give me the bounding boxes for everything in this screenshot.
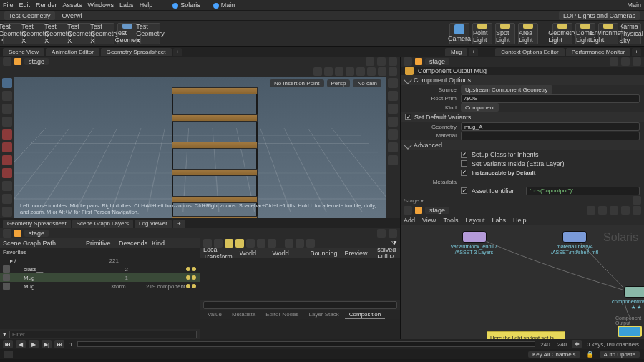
- ltool-select[interactable]: [2, 78, 12, 88]
- lhb-3[interactable]: [235, 239, 244, 248]
- chk-variants-inside[interactable]: [461, 160, 467, 167]
- keyall-menu[interactable]: Key All Channels: [528, 351, 580, 358]
- chk-inherits[interactable]: [461, 152, 467, 158]
- mat-input[interactable]: [461, 132, 640, 140]
- net-pin-icon[interactable]: [404, 206, 412, 215]
- netm-add[interactable]: Add: [404, 217, 415, 224]
- tree-row-mug[interactable]: Mug1: [0, 273, 200, 282]
- shelf-tab-lights[interactable]: LOP Lights and Cameras: [559, 11, 640, 20]
- tl-start[interactable]: 1: [67, 341, 74, 348]
- netm-layout[interactable]: Layout: [465, 217, 484, 224]
- tl-next[interactable]: ▶|: [42, 340, 52, 348]
- assetid-input[interactable]: `chs("lopoutput")`: [526, 187, 640, 195]
- tab-plus-r[interactable]: +: [632, 48, 641, 56]
- sgt-h1[interactable]: [377, 229, 386, 238]
- lht-comp[interactable]: Composition: [345, 310, 385, 319]
- sgt-tab-log[interactable]: Log Viewer: [135, 220, 172, 228]
- tool-testgeo-1[interactable]: Test Geometry X: [26, 23, 46, 44]
- net-h1[interactable]: [587, 206, 595, 215]
- tool-arealight[interactable]: Area Light: [518, 23, 538, 44]
- rtool-4[interactable]: [388, 129, 398, 140]
- sgt-stage-crumb[interactable]: stage: [24, 230, 49, 237]
- lock-icon[interactable]: 🔒: [586, 351, 594, 358]
- net-h2[interactable]: [598, 206, 607, 215]
- tool-envlight[interactable]: Environment Light: [598, 23, 618, 44]
- desktop-main[interactable]: Main: [213, 1, 235, 9]
- netm-labs[interactable]: Labs: [492, 217, 506, 224]
- lht-editor[interactable]: Editor Nodes: [261, 310, 303, 318]
- menu-file[interactable]: File: [3, 1, 14, 9]
- shelf-tab-left[interactable]: Test Geometry: [4, 11, 55, 20]
- lht-meta[interactable]: Metadata: [228, 310, 260, 318]
- param-pin-icon[interactable]: [404, 57, 412, 66]
- net-h3[interactable]: [610, 206, 618, 215]
- node-shelf[interactable]: Component Output Shelf ★ ★/Shelf: [615, 315, 644, 339]
- lht-value[interactable]: Value: [203, 310, 226, 318]
- sgt-pin-icon[interactable]: [3, 229, 11, 238]
- lhb-7[interactable]: [285, 239, 293, 248]
- tool-physky[interactable]: Karma Physical Sky: [621, 23, 641, 44]
- lhb-4[interactable]: [246, 239, 255, 248]
- sgt-h2[interactable]: [389, 229, 397, 238]
- tool-geolight[interactable]: Geometry Light: [552, 23, 572, 44]
- ltool-9[interactable]: [2, 194, 12, 204]
- rtool-3[interactable]: [388, 117, 398, 127]
- netm-tools[interactable]: Tools: [443, 217, 458, 224]
- filter-input[interactable]: [9, 331, 197, 338]
- lhb-9[interactable]: [306, 239, 315, 248]
- sticky-note[interactable]: Here the light variant set is nested wit…: [487, 331, 565, 339]
- sgt-tab-layers[interactable]: Scene Graph Layers: [72, 220, 133, 228]
- vpt-b4[interactable]: [346, 67, 354, 76]
- status-icon[interactable]: [4, 351, 13, 358]
- tool-testgeo-0[interactable]: Test Geometry P: [3, 23, 23, 44]
- tl-first[interactable]: ⏮: [3, 340, 13, 348]
- kind-menu[interactable]: Component: [461, 103, 499, 112]
- param-stage-crumb[interactable]: stage: [425, 58, 449, 65]
- pane-pin-icon[interactable]: [3, 57, 11, 66]
- tl-key-icon[interactable]: ✚: [572, 340, 582, 348]
- tl-cur[interactable]: 240: [538, 341, 552, 348]
- network-editor[interactable]: Solaris variantblock_end17 /ASSET 3 Laye…: [401, 225, 644, 339]
- hdr-btn-2[interactable]: [377, 57, 386, 66]
- vp-cam[interactable]: No cam: [353, 79, 381, 87]
- vp-persp[interactable]: Persp: [327, 79, 351, 87]
- tool-testgeo-2[interactable]: Test Geometry X: [49, 23, 69, 44]
- lhb-1[interactable]: [214, 239, 223, 248]
- node-variantblock[interactable]: variantblock_end17 /ASSET 3 Layers: [451, 231, 497, 255]
- tool-testgeo-5[interactable]: Test Geometr: [117, 23, 137, 44]
- tab-sceneview[interactable]: Scene View: [3, 48, 44, 56]
- rtool-1[interactable]: [388, 91, 398, 101]
- sec-advanced[interactable]: Advanced: [401, 140, 644, 150]
- rtool-5[interactable]: [388, 142, 398, 152]
- tl-last[interactable]: ⏭: [54, 340, 64, 348]
- rtool-2[interactable]: [388, 104, 398, 114]
- menu-help[interactable]: Help: [140, 1, 153, 9]
- stage-crumb[interactable]: stage: [24, 58, 49, 65]
- sec-defvariants[interactable]: Set Default Variants: [401, 112, 644, 122]
- lhb-6[interactable]: [268, 239, 276, 248]
- geom-input[interactable]: mug_A: [461, 122, 640, 131]
- vpt-b6[interactable]: [367, 67, 376, 76]
- ltool-1[interactable]: [2, 91, 12, 101]
- vpt-b8[interactable]: [389, 67, 397, 76]
- menu-windows[interactable]: Windows: [88, 1, 114, 9]
- chk-assetid[interactable]: [461, 187, 467, 194]
- tool-testgeo-6[interactable]: Test Geometry X: [140, 23, 160, 44]
- tab-ctxopts[interactable]: Context Options Editor: [495, 48, 564, 56]
- menu-assets[interactable]: Assets: [63, 1, 82, 9]
- tool-testgeo-3[interactable]: Test Geometry X: [72, 23, 92, 44]
- chk-instanceable[interactable]: [461, 170, 467, 176]
- tool-camera[interactable]: Camera: [449, 23, 469, 44]
- tool-spotlight[interactable]: Spot Light: [495, 23, 515, 44]
- lhb-2[interactable]: [225, 239, 233, 248]
- vpt-b3[interactable]: [335, 67, 343, 76]
- rootprim-input[interactable]: /$OS: [461, 94, 640, 103]
- netm-view[interactable]: View: [422, 217, 436, 224]
- desktop-main-right[interactable]: Main: [627, 1, 641, 9]
- vpt-b7[interactable]: [378, 67, 386, 76]
- vp-insertion[interactable]: No Insertion Point: [270, 79, 324, 87]
- tl-play[interactable]: ▶: [29, 340, 39, 348]
- sgt-tab-plus[interactable]: +: [173, 220, 185, 228]
- lhb-0[interactable]: [203, 239, 212, 248]
- tl-prev[interactable]: ◀: [16, 340, 26, 348]
